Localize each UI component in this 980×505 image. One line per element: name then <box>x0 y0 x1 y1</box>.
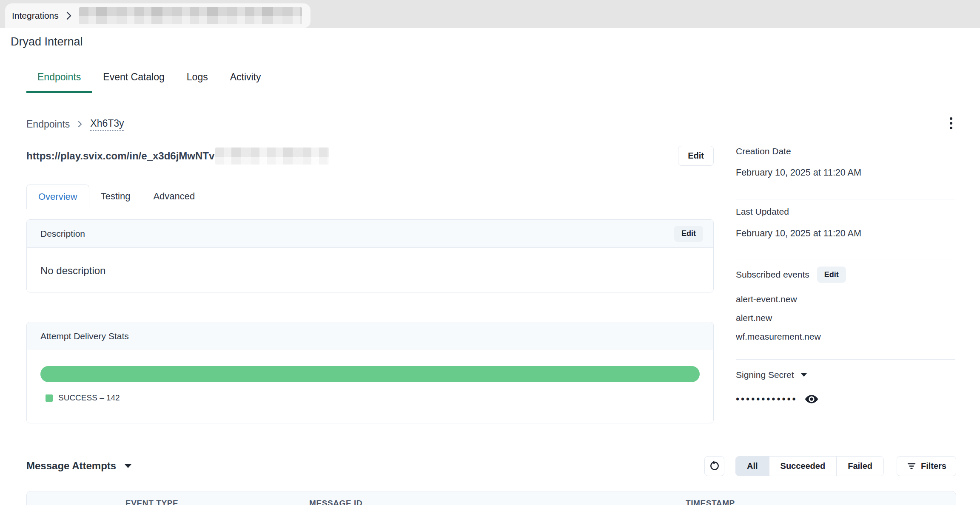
endpoint-sub-tabs: Overview Testing Advanced <box>26 184 714 209</box>
endpoint-details-sidebar: Creation Date February 10, 2025 at 11:20… <box>736 146 955 408</box>
column-header-event-type: EVENT TYPE <box>125 499 178 505</box>
divider <box>736 359 955 360</box>
description-empty-text: No description <box>27 248 713 292</box>
app-breadcrumb: Integrations <box>5 3 311 28</box>
success-stats-bar <box>40 366 700 382</box>
description-card-title: Description <box>40 229 85 239</box>
subscribed-event: alert-event.new <box>736 295 955 304</box>
tab-overview[interactable]: Overview <box>26 184 89 209</box>
chevron-down-icon[interactable] <box>125 464 131 468</box>
tab-event-catalog[interactable]: Event Catalog <box>92 71 175 93</box>
refresh-button[interactable] <box>704 456 724 476</box>
endpoint-url: https://play.svix.com/in/e_x3d6jMwNTv <box>26 150 214 162</box>
redacted-breadcrumb-item <box>79 7 302 24</box>
column-header-timestamp: TIMESTAMP <box>686 499 735 505</box>
masked-signing-secret: •••••••••••• <box>736 391 798 408</box>
tab-advanced[interactable]: Advanced <box>142 184 206 209</box>
signing-secret-label: Signing Secret <box>736 369 794 380</box>
reveal-secret-eye-icon[interactable] <box>804 392 819 406</box>
filter-all-button[interactable]: All <box>736 457 769 476</box>
success-legend-swatch <box>46 394 53 402</box>
last-updated-label: Last Updated <box>736 206 955 217</box>
description-card-header: Description Edit <box>27 220 713 248</box>
chevron-right-icon <box>77 120 83 128</box>
endpoint-options-menu-icon[interactable] <box>948 113 954 133</box>
edit-url-button[interactable]: Edit <box>678 146 714 166</box>
breadcrumb-integrations-link[interactable]: Integrations <box>12 11 59 21</box>
chevron-right-icon <box>65 11 73 20</box>
tab-endpoints[interactable]: Endpoints <box>26 71 92 93</box>
divider <box>736 199 955 199</box>
subscribed-event: wf.measurement.new <box>736 332 955 341</box>
delivery-stats-body: SUCCESS – 142 <box>27 350 713 423</box>
filter-failed-button[interactable]: Failed <box>837 457 883 476</box>
attempt-filter-segmented-control: All Succeeded Failed <box>735 456 884 476</box>
edit-subscribed-events-button[interactable]: Edit <box>817 267 846 283</box>
endpoint-detail-page: Dryad Internal Endpoints Event Catalog L… <box>0 28 980 505</box>
top-navigation-bar: Integrations <box>0 0 980 28</box>
tab-testing[interactable]: Testing <box>89 184 142 209</box>
message-attempts-section: Message Attempts All Succeeded Failed <box>26 456 956 505</box>
tab-activity[interactable]: Activity <box>219 71 272 93</box>
tab-logs[interactable]: Logs <box>176 71 219 93</box>
message-attempts-title: Message Attempts <box>26 460 116 472</box>
breadcrumb-endpoints-link[interactable]: Endpoints <box>26 119 70 130</box>
filter-icon <box>906 461 917 471</box>
attempts-table-header: EVENT TYPE MESSAGE ID TIMESTAMP <box>26 491 956 505</box>
last-updated-value: February 10, 2025 at 11:20 AM <box>736 228 955 239</box>
delivery-stats-card: Attempt Delivery Stats SUCCESS – 142 <box>26 322 714 423</box>
filter-succeeded-button[interactable]: Succeeded <box>769 457 837 476</box>
endpoint-id-link[interactable]: Xh6T3y <box>90 118 124 131</box>
filters-button[interactable]: Filters <box>897 456 956 476</box>
subscribed-event: alert.new <box>736 313 955 323</box>
subscribed-events-label: Subscribed events <box>736 269 809 280</box>
description-card: Description Edit No description <box>26 219 714 292</box>
divider <box>736 259 955 259</box>
creation-date-value: February 10, 2025 at 11:20 AM <box>736 167 955 178</box>
redacted-url-suffix <box>215 148 329 165</box>
stats-legend: SUCCESS – 142 <box>46 393 700 403</box>
endpoint-breadcrumb: Endpoints Xh6T3y <box>26 118 714 131</box>
endpoint-url-row: https://play.svix.com/in/e_x3d6jMwNTv Ed… <box>26 146 714 166</box>
edit-description-button[interactable]: Edit <box>674 226 703 242</box>
delivery-stats-header: Attempt Delivery Stats <box>27 322 713 350</box>
creation-date-label: Creation Date <box>736 146 955 157</box>
column-header-message-id: MESSAGE ID <box>309 499 362 505</box>
success-legend-label: SUCCESS – 142 <box>58 393 120 403</box>
refresh-icon <box>709 460 720 471</box>
chevron-down-icon[interactable] <box>801 373 807 377</box>
main-tabs: Endpoints Event Catalog Logs Activity <box>26 71 980 93</box>
page-title: Dryad Internal <box>0 28 980 48</box>
delivery-stats-title: Attempt Delivery Stats <box>40 331 129 341</box>
